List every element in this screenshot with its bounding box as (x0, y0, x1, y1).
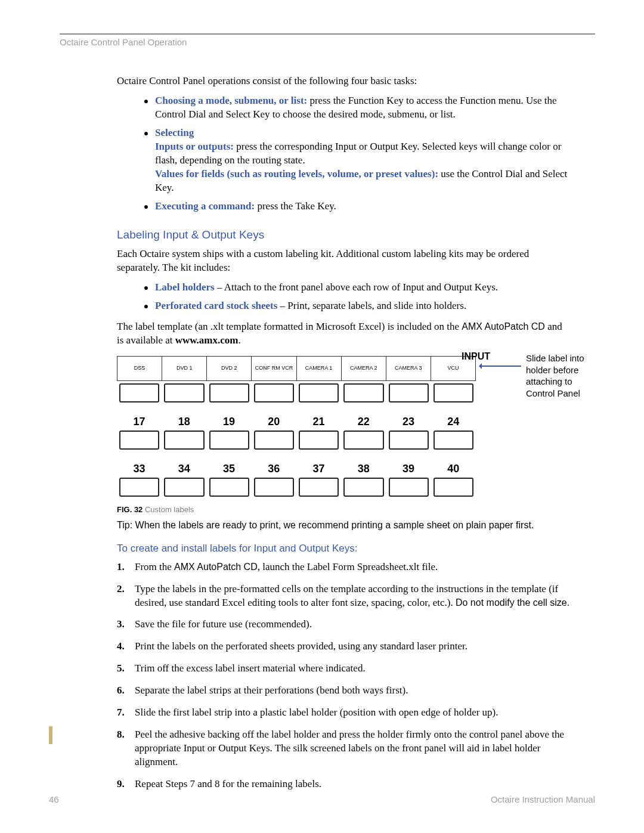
accent-bar-icon (49, 726, 52, 744)
arrow-icon (479, 366, 521, 367)
step-6: Separate the label strips at their perfo… (135, 684, 571, 698)
task-selecting: Selecting Inputs or outputs: press the c… (155, 126, 571, 195)
task-choosing: Choosing a mode, submenu, or list: press… (155, 94, 571, 122)
page-header: Octaire Control Panel Operation (60, 37, 595, 47)
page-number: 46 (49, 794, 59, 804)
figure-custom-labels: INPUT Slide label into holder before att… (117, 356, 571, 497)
figure-annotation: Slide label into holder before attaching… (526, 352, 603, 399)
bullet-icon: ● (137, 94, 155, 122)
step-2: Type the labels in the pre-formatted cel… (135, 583, 571, 610)
heading-steps: To create and install labels for Input a… (117, 543, 571, 555)
heading-labeling: Labeling Input & Output Keys (117, 228, 571, 241)
bullet-icon: ● (137, 200, 155, 213)
input-tag: INPUT (462, 351, 490, 362)
kit-label-holders: Label holders – Attach to the front pane… (155, 281, 571, 295)
step-9: Repeat Steps 7 and 8 for the remaining l… (135, 778, 571, 791)
template-paragraph: The label template (an .xlt template for… (117, 320, 571, 348)
footer-title: Octaire Instruction Manual (491, 794, 595, 804)
tip-paragraph: Tip: When the labels are ready to print,… (117, 519, 571, 532)
bullet-icon: ● (137, 281, 155, 295)
step-3: Save the file for future use (recommende… (135, 618, 571, 631)
step-1: From the AMX AutoPatch CD, launch the La… (135, 561, 571, 574)
bullet-icon: ● (137, 299, 155, 313)
step-7: Slide the first label strip into a plast… (135, 706, 571, 720)
intro-paragraph: Octaire Control Panel operations consist… (117, 75, 571, 88)
figure-caption: FIG. 32 Custom labels (117, 505, 571, 514)
bullet-icon: ● (137, 126, 155, 195)
kit-perforated-sheets: Perforated card stock sheets – Print, se… (155, 299, 571, 313)
step-5: Trim off the excess label insert materia… (135, 662, 571, 676)
kit-paragraph: Each Octaire system ships with a custom … (117, 247, 571, 275)
step-4: Print the labels on the perforated sheet… (135, 640, 571, 654)
step-8: Peel the adhesive backing off the label … (135, 728, 571, 769)
task-executing: Executing a command: press the Take Key. (155, 200, 571, 213)
